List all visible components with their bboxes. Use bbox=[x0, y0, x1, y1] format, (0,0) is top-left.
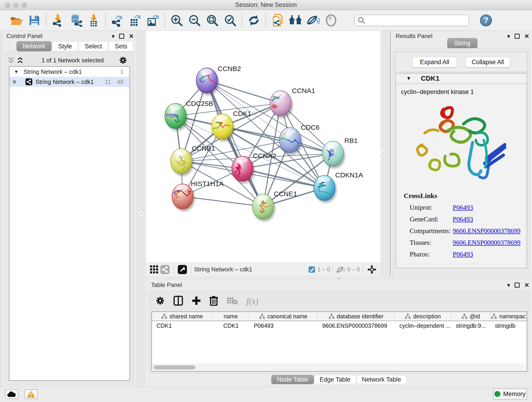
column-network-icon bbox=[462, 313, 467, 319]
birdseye-view-button[interactable] bbox=[177, 264, 188, 274]
minimize-window-button[interactable] bbox=[13, 2, 18, 7]
node-CDC6[interactable]: CDC6 bbox=[278, 123, 320, 155]
left-splitter[interactable] bbox=[136, 31, 146, 386]
network-style-button[interactable] bbox=[159, 264, 171, 274]
tab-network[interactable]: Network bbox=[17, 41, 51, 51]
crosslink-link[interactable]: 9606.ENSP00000378699 bbox=[453, 227, 520, 235]
node-CDKN1A[interactable]: CDKN1A bbox=[314, 171, 363, 203]
column-header-database-identifier[interactable]: database identifier bbox=[317, 312, 395, 321]
collapse-triangle-icon[interactable]: ▼ bbox=[406, 75, 411, 81]
crosslink-link[interactable]: P06493 bbox=[453, 250, 473, 258]
panel-float-icon[interactable] bbox=[119, 34, 124, 39]
zoom-selected-button[interactable] bbox=[222, 13, 238, 28]
node-table[interactable]: shared namenamecanonical namedatabase id… bbox=[152, 312, 527, 371]
node-CCNA1[interactable]: CCNA1 bbox=[270, 87, 315, 118]
expand-all-button[interactable]: Expand All bbox=[412, 57, 457, 67]
hidden-count: 0 – 0 bbox=[347, 266, 360, 273]
apply-layout-button[interactable] bbox=[246, 13, 262, 28]
panel-float-icon[interactable] bbox=[515, 34, 520, 39]
column-header-label: namespac bbox=[499, 313, 526, 320]
show-all-button[interactable] bbox=[323, 13, 339, 28]
export-network-button[interactable] bbox=[109, 13, 125, 28]
import-network-file-button[interactable] bbox=[50, 13, 66, 28]
table-horizontal-scrollbar[interactable] bbox=[152, 364, 526, 370]
node-CCNB1[interactable]: CCNB1 bbox=[171, 145, 215, 176]
tab-string[interactable]: String bbox=[447, 38, 477, 49]
network-options-gear-icon[interactable] bbox=[119, 56, 127, 64]
fit-content-button[interactable] bbox=[366, 264, 378, 275]
column-header-description[interactable]: description bbox=[395, 312, 451, 321]
hide-selection-button[interactable] bbox=[305, 13, 321, 28]
edge-CCNB2-CCNE1[interactable] bbox=[207, 80, 263, 206]
panel-menu-icon[interactable]: ▾ bbox=[112, 33, 114, 39]
cloud-button[interactable] bbox=[5, 389, 18, 399]
left-splitter-handle[interactable] bbox=[139, 211, 144, 216]
node-HIST1H1A[interactable]: HIST1H1A bbox=[172, 180, 224, 211]
panel-close-icon[interactable]: ✕ bbox=[129, 33, 134, 39]
column-header-canonical-name[interactable]: canonical name bbox=[249, 312, 317, 321]
new-network-from-selection-button[interactable] bbox=[270, 13, 285, 28]
network-canvas[interactable]: CCNB2CCNA1CDC25BCDK1CDC6RB1CCNB1CCNA2CDK… bbox=[146, 31, 380, 263]
delete-column-icon[interactable] bbox=[210, 296, 218, 307]
zoom-out-button[interactable] bbox=[187, 13, 202, 28]
save-session-button[interactable] bbox=[27, 13, 42, 28]
help-button[interactable]: ? bbox=[480, 14, 492, 26]
column-header-name[interactable]: name bbox=[213, 312, 249, 321]
panel-menu-icon[interactable]: ▾ bbox=[507, 282, 510, 288]
node-table-body: CDK1CDK1P064939606.ENSP00000378699cyclin… bbox=[152, 321, 527, 330]
zoom-window-button[interactable] bbox=[22, 2, 27, 7]
add-column-icon[interactable] bbox=[192, 296, 201, 306]
tab-select[interactable]: Select bbox=[79, 41, 108, 51]
tab-sets[interactable]: Sets bbox=[109, 41, 133, 51]
memory-button[interactable]: Memory bbox=[493, 389, 527, 400]
expander-triangle-icon[interactable]: ▼ bbox=[14, 69, 19, 75]
right-splitter-handle[interactable] bbox=[381, 150, 386, 155]
search-input[interactable] bbox=[365, 17, 464, 24]
panel-float-icon[interactable] bbox=[515, 283, 520, 288]
crosslink-label: Tissues: bbox=[410, 239, 453, 246]
column-header-shared-name[interactable]: shared name bbox=[152, 312, 213, 321]
open-session-button[interactable] bbox=[9, 13, 24, 28]
panel-close-icon[interactable]: ✕ bbox=[524, 33, 529, 39]
first-neighbors-button[interactable] bbox=[288, 13, 303, 28]
search-field[interactable] bbox=[355, 15, 469, 26]
column-network-icon bbox=[491, 313, 497, 319]
tab-network-table[interactable]: Network Table bbox=[356, 375, 407, 384]
node-RB1[interactable]: RB1 bbox=[322, 137, 358, 168]
table-row[interactable]: CDK1CDK1P064939606.ENSP00000378699cyclin… bbox=[152, 321, 527, 330]
network-graph[interactable]: CCNB2CCNA1CDC25BCDK1CDC6RB1CCNB1CCNA2CDK… bbox=[146, 31, 380, 263]
node-CCNE1[interactable]: CCNE1 bbox=[252, 190, 297, 221]
show-columns-icon[interactable] bbox=[173, 296, 183, 307]
crosslink-link[interactable]: P06493 bbox=[453, 204, 473, 211]
tab-edge-table[interactable]: Edge Table bbox=[314, 375, 356, 384]
panel-close-icon[interactable]: ✕ bbox=[524, 282, 529, 288]
collapse-all-networks-icon[interactable] bbox=[8, 57, 14, 64]
network-collection-label: String Network – cdk1 bbox=[24, 68, 82, 75]
network-tree-row[interactable]: String Network – cdk11148 bbox=[9, 77, 129, 87]
tab-node-table[interactable]: Node Table bbox=[271, 375, 314, 384]
network-tree-row[interactable]: ▼String Network – cdk11 bbox=[9, 67, 129, 77]
column-header--id[interactable]: @id bbox=[451, 312, 491, 321]
crosslink-link[interactable]: 9606.ENSP00000378699 bbox=[453, 239, 520, 246]
expand-all-networks-icon[interactable] bbox=[17, 57, 23, 64]
zoom-in-button[interactable] bbox=[169, 13, 184, 28]
column-header-namespac[interactable]: namespac bbox=[490, 312, 527, 321]
hidden-eye-slash-icon bbox=[336, 266, 345, 273]
import-table-button[interactable] bbox=[86, 13, 101, 28]
gene-section-header[interactable]: ▼ CDK1 bbox=[396, 74, 527, 84]
graphics-details-button[interactable] bbox=[149, 264, 159, 274]
right-splitter[interactable] bbox=[380, 31, 390, 276]
import-network-database-button[interactable] bbox=[68, 13, 84, 28]
collapse-all-button[interactable]: Collapse All bbox=[465, 57, 510, 67]
selected-checkbox-icon[interactable] bbox=[308, 266, 315, 273]
warnings-button[interactable] bbox=[24, 389, 38, 399]
zoom-fit-button[interactable] bbox=[205, 13, 220, 28]
close-window-button[interactable] bbox=[5, 2, 10, 7]
table-options-gear-icon[interactable] bbox=[156, 296, 165, 306]
panel-menu-icon[interactable]: ▾ bbox=[507, 33, 510, 39]
export-table-button[interactable] bbox=[127, 13, 143, 28]
crosslink-link[interactable]: P06493 bbox=[453, 216, 473, 223]
tab-style[interactable]: Style bbox=[52, 41, 78, 51]
export-image-button[interactable] bbox=[145, 13, 161, 28]
scrollbar-thumb[interactable] bbox=[154, 365, 196, 370]
